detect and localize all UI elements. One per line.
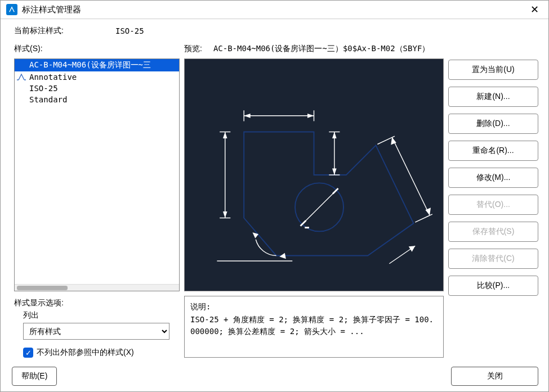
- preview-canvas: [184, 58, 444, 291]
- set-current-button[interactable]: 置为当前(U): [448, 60, 538, 80]
- list-filter-select[interactable]: 所有样式: [23, 323, 169, 340]
- clear-override-button[interactable]: 清除替代(C): [448, 249, 538, 269]
- list-item-label: Standard: [29, 95, 67, 104]
- list-item[interactable]: Standard: [15, 94, 179, 105]
- description-box: 说明: ISO-25 + 角度精度 = 2; 换算精度 = 2; 换算子零因子 …: [184, 296, 444, 358]
- xref-checkbox-label: 不列出外部参照中的样式(X): [37, 348, 134, 358]
- dimension-style-manager-window: 标注样式管理器 ✕ 当前标注样式: ISO-25 样式(S): 预览: AC-B…: [0, 0, 549, 392]
- new-button[interactable]: 新建(N)...: [448, 87, 538, 107]
- hscrollbar[interactable]: [15, 284, 179, 291]
- preview-label: 预览:: [184, 44, 202, 54]
- svg-marker-8: [244, 114, 250, 118]
- compare-button[interactable]: 比较(P)...: [448, 276, 538, 296]
- svg-marker-9: [307, 114, 314, 118]
- footer: 帮助(E) 关闭: [1, 363, 548, 391]
- close-icon[interactable]: ✕: [526, 4, 543, 15]
- svg-line-1: [303, 191, 335, 223]
- window-title: 标注样式管理器: [22, 4, 521, 15]
- preview-style-name: AC-B-M04~M06(设备房详图一~三）$0$Ax-B-M02（SBYF）: [213, 44, 430, 54]
- svg-marker-29: [409, 246, 415, 252]
- preview-header: 预览: AC-B-M04~M06(设备房详图一~三）$0$Ax-B-M02（SB…: [184, 40, 444, 54]
- svg-marker-19: [332, 169, 337, 175]
- current-style-value: ISO-25: [115, 26, 144, 35]
- list-label: 列出: [23, 310, 180, 321]
- annotative-icon: [17, 73, 26, 81]
- list-item[interactable]: ISO-25: [15, 83, 179, 94]
- override-button[interactable]: 替代(O)...: [448, 195, 538, 215]
- svg-marker-14: [223, 211, 227, 218]
- app-icon: [6, 4, 17, 15]
- hscroll-thumb[interactable]: [17, 286, 68, 290]
- display-options: 样式显示选项: 列出 所有样式 ✓ 不列出外部参照中的样式(X): [11, 296, 180, 358]
- list-item[interactable]: Annotative: [15, 71, 179, 83]
- description-heading: 说明:: [190, 301, 438, 313]
- svg-marker-18: [332, 132, 337, 138]
- svg-marker-13: [223, 132, 227, 138]
- help-button[interactable]: 帮助(E): [12, 367, 57, 386]
- save-override-button[interactable]: 保存替代(S): [448, 222, 538, 242]
- description-body: ISO-25 + 角度精度 = 2; 换算精度 = 2; 换算子零因子 = 10…: [190, 314, 438, 337]
- close-button[interactable]: 关闭: [451, 367, 538, 386]
- list-item-label: AC-B-M04~M06(设备房详图一~三: [29, 60, 151, 70]
- checkbox-checked-icon[interactable]: ✓: [23, 348, 33, 358]
- style-list[interactable]: AC-B-M04~M06(设备房详图一~三AnnotativeISO-25Sta…: [14, 58, 180, 291]
- styles-label: 样式(S):: [11, 40, 180, 54]
- current-style-label: 当前标注样式:: [14, 26, 110, 36]
- list-item-label: Annotative: [29, 73, 77, 82]
- current-style-row: 当前标注样式: ISO-25: [11, 26, 180, 36]
- list-item[interactable]: AC-B-M04~M06(设备房详图一~三: [15, 59, 179, 71]
- action-buttons: 置为当前(U) 新建(N)... 删除(D)... 重命名(R)... 修改(M…: [448, 58, 538, 325]
- titlebar: 标注样式管理器 ✕: [1, 1, 548, 19]
- list-item-label: ISO-25: [29, 84, 58, 93]
- rename-button[interactable]: 重命名(R)...: [448, 141, 538, 161]
- xref-checkbox-row[interactable]: ✓ 不列出外部参照中的样式(X): [23, 348, 180, 358]
- content-area: 当前标注样式: ISO-25 样式(S): 预览: AC-B-M04~M06(设…: [1, 19, 548, 363]
- delete-button[interactable]: 删除(D)...: [448, 114, 538, 134]
- modify-button[interactable]: 修改(M)...: [448, 168, 538, 188]
- svg-line-20: [392, 137, 430, 215]
- svg-line-22: [415, 214, 432, 222]
- display-options-heading: 样式显示选项:: [14, 298, 180, 308]
